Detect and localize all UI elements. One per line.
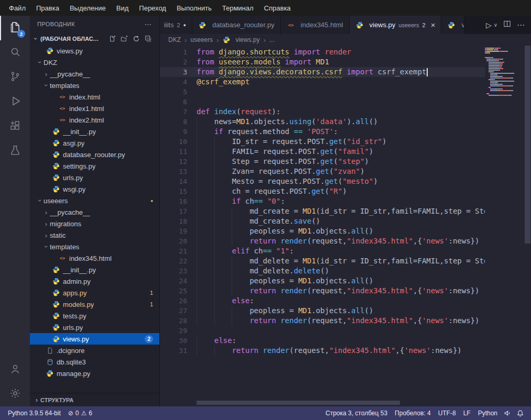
- breadcrumb-item[interactable]: ...: [269, 36, 275, 43]
- menu-item[interactable]: Терминал: [218, 2, 258, 14]
- activity-testing[interactable]: [0, 139, 30, 163]
- bell-icon[interactable]: [514, 410, 527, 417]
- code-line-22[interactable]: 22 md_delete = MD1(id_str = ID_str,famil…: [160, 256, 485, 266]
- code-line-7[interactable]: 7def index(request):: [160, 107, 485, 117]
- status-language[interactable]: Python: [474, 406, 501, 420]
- code-line-12[interactable]: 12 Step = request.POST.get("step"): [160, 157, 485, 167]
- menu-item[interactable]: Выделение: [65, 2, 111, 14]
- tree-item-index1.html[interactable]: <>index1.html: [30, 103, 159, 114]
- code-line-17[interactable]: 17 md_create = MD1(id_str = ID_str,famil…: [160, 206, 485, 216]
- tree-item-__pycache__[interactable]: ›__pycache__: [30, 206, 159, 218]
- tree-item-views.py[interactable]: views.py2: [30, 333, 159, 345]
- code-line-16[interactable]: 16 if ch== "0":: [160, 196, 485, 206]
- split-editor-icon[interactable]: [503, 20, 511, 30]
- tree-item-apps.py[interactable]: apps.py1: [30, 287, 159, 299]
- activity-settings[interactable]: [0, 382, 30, 406]
- activity-extensions[interactable]: [0, 114, 30, 139]
- activity-search[interactable]: [0, 40, 30, 65]
- tree-item-__pycache__[interactable]: ›__pycache__: [30, 68, 159, 80]
- code-line-27[interactable]: 27 peopless = MD1.objects.all(): [160, 306, 485, 316]
- tree-item-db.sqlite3[interactable]: db.sqlite3: [30, 356, 159, 368]
- tab-index345.html[interactable]: <>index345.html: [281, 16, 350, 34]
- tab-database_roouter.py[interactable]: database_roouter.py: [192, 16, 281, 34]
- status-eol[interactable]: LF: [460, 406, 474, 420]
- tab-views.py[interactable]: views.pyuseeers2×: [350, 16, 442, 34]
- more-actions-icon[interactable]: ⋯: [517, 20, 525, 30]
- run-dropdown-icon[interactable]: ∨: [494, 22, 497, 28]
- tree-item-templates[interactable]: ›templates: [30, 80, 159, 91]
- tree-item-settings.py[interactable]: settings.py: [30, 160, 159, 172]
- more-actions-icon[interactable]: ⋯: [145, 20, 152, 28]
- workspace-section-header[interactable]: › (РАБОЧАЯ ОБЛАСТЬ) ...: [30, 32, 159, 45]
- code-line-13[interactable]: 13 Zvan= request.POST.get("zvan"): [160, 167, 485, 176]
- new-file-icon[interactable]: [109, 35, 116, 42]
- code-line-15[interactable]: 15 ch = request.POST.get("R"): [160, 186, 485, 196]
- activity-run-debug[interactable]: [0, 90, 30, 114]
- tree-item-useeers[interactable]: ›useeers●: [30, 195, 159, 206]
- code-line-6[interactable]: 6: [160, 97, 485, 107]
- tree-item-manage.py[interactable]: manage.py: [30, 368, 159, 379]
- tree-item-dkz[interactable]: ›DKZ: [30, 57, 159, 68]
- vertical-scrollbar[interactable]: [524, 46, 531, 399]
- horizontal-scrollbar[interactable]: [197, 401, 400, 405]
- code-line-8[interactable]: 8 news=MD1.objects.using('daata').all(): [160, 117, 485, 127]
- tree-item-__init__.py[interactable]: __init__.py: [30, 264, 159, 275]
- code-line-19[interactable]: 19 peopless = MD1.objects.all(): [160, 226, 485, 236]
- menu-item[interactable]: Файл: [4, 2, 30, 14]
- code-line-1[interactable]: 1from django.shortcuts import render: [160, 47, 485, 57]
- code-line-3[interactable]: 3from django.views.decorators.csrf impor…: [160, 67, 485, 77]
- menu-item[interactable]: Справка: [259, 2, 296, 14]
- tree-item-static[interactable]: ›static: [30, 229, 159, 241]
- scrollbar-thumb[interactable]: [525, 46, 530, 244]
- code-line-9[interactable]: 9 if request.method == 'POST':: [160, 127, 485, 137]
- feedback-icon[interactable]: [501, 410, 514, 417]
- code-line-11[interactable]: 11 FAMIL= request.POST.get("famil"): [160, 147, 485, 157]
- code-line-2[interactable]: 2from useeers.models import MD1: [160, 57, 485, 67]
- menu-item[interactable]: Вид: [112, 2, 134, 14]
- status-python-interpreter[interactable]: Python 3.9.5 64-bit: [4, 406, 64, 420]
- tree-item-migrations[interactable]: ›migrations: [30, 218, 159, 229]
- activity-source-control[interactable]: [0, 65, 30, 90]
- code-line-10[interactable]: 10 ID_str = request.POST.get("id_str"): [160, 137, 485, 147]
- menu-item[interactable]: Правка: [31, 2, 64, 14]
- breadcrumb-item[interactable]: useeers: [190, 36, 213, 43]
- status-encoding[interactable]: UTF-8: [435, 406, 460, 420]
- status-problems[interactable]: ⊘0⚠6: [64, 406, 96, 420]
- new-folder-icon[interactable]: [121, 35, 128, 42]
- tree-item-asgi.py[interactable]: asgi.py: [30, 137, 159, 149]
- code-line-21[interactable]: 21 elif ch== "1":: [160, 246, 485, 256]
- tree-item-urls.py[interactable]: urls.py: [30, 322, 159, 333]
- tree-item-database_roouter.py[interactable]: database_roouter.py: [30, 149, 159, 160]
- tree-item-models.py[interactable]: models.py1: [30, 299, 159, 310]
- tree-item-wsgi.py[interactable]: wsgi.py: [30, 183, 159, 195]
- code-area[interactable]: 1from django.shortcuts import render2fro…: [160, 46, 485, 399]
- close-icon[interactable]: ×: [431, 21, 436, 29]
- code-line-29[interactable]: 29: [160, 326, 485, 336]
- breadcrumb-item[interactable]: DKZ: [168, 36, 181, 43]
- code-line-30[interactable]: 30 else:: [160, 336, 485, 346]
- code-line-18[interactable]: 18 md_create.save(): [160, 216, 485, 226]
- tree-item-templates[interactable]: ›templates: [30, 241, 159, 252]
- tree-item-admin.py[interactable]: admin.py: [30, 275, 159, 287]
- activity-explorer[interactable]: 2: [0, 16, 30, 40]
- code-line-4[interactable]: 4@csrf_exempt: [160, 77, 485, 87]
- code-line-28[interactable]: 28 return render(request,"index345.html"…: [160, 316, 485, 326]
- code-line-24[interactable]: 24 peopless = MD1.objects.all(): [160, 276, 485, 286]
- code-line-20[interactable]: 20 return render(request,"index345.html"…: [160, 236, 485, 246]
- code-line-5[interactable]: 5: [160, 87, 485, 97]
- status-cursor-position[interactable]: Строка 3, столбец 53: [322, 406, 391, 420]
- collapse-all-icon[interactable]: [145, 35, 152, 42]
- tree-item-.dcignore[interactable]: .dcignore: [30, 345, 159, 356]
- code-line-26[interactable]: 26 else:: [160, 296, 485, 306]
- tree-item-index.html[interactable]: <>index.html: [30, 91, 159, 103]
- code-line-31[interactable]: 31 return render(request,"index345.html"…: [160, 346, 485, 356]
- tree-item-views.py[interactable]: views.py: [30, 45, 159, 57]
- tree-item-tests.py[interactable]: tests.py: [30, 310, 159, 322]
- tab-vi[interactable]: vi: [441, 16, 464, 34]
- tree-item-urls.py[interactable]: urls.py: [30, 172, 159, 183]
- code-line-25[interactable]: 25 return render(request,"index345.html"…: [160, 286, 485, 296]
- editor[interactable]: 1from django.shortcuts import render2fro…: [160, 46, 531, 406]
- outline-section-header[interactable]: › СТРУКТУРА: [30, 393, 159, 406]
- status-indentation[interactable]: Пробелов: 4: [391, 406, 435, 420]
- tree-item-__init__.py[interactable]: __init__.py: [30, 126, 159, 137]
